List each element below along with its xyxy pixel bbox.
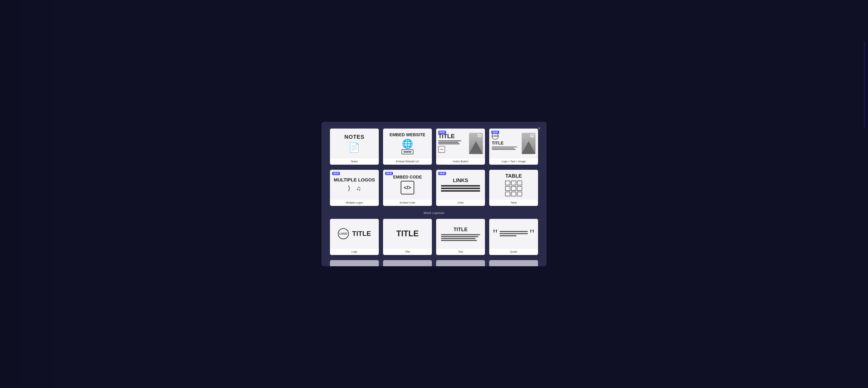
layout-card-embed-website[interactable]: EMBED WEBSITE 🌐 WWW Embed Website Url	[383, 128, 432, 165]
layout-card-logo-text-image[interactable]: NEW LOGO TITLE	[489, 128, 538, 165]
table-cell-4	[505, 186, 510, 191]
title-layout-content: TITLE	[396, 229, 419, 238]
lti-lines	[492, 147, 520, 150]
ml-title: MULTIPLE LOGOS	[334, 177, 375, 183]
card-preview-text: TITLE	[436, 219, 485, 248]
new-badge-logo-text-image: NEW	[491, 131, 499, 134]
text-layout-content: TITLE	[441, 227, 480, 241]
ml-logos-row: ⟩ ♫	[348, 184, 361, 192]
layout-card-action-button[interactable]: NEW TITLE	[436, 128, 485, 165]
new-badge-links: NEW	[438, 172, 446, 175]
quote-line-3	[500, 235, 517, 236]
new-badge-action-button: NEW	[438, 131, 446, 134]
layout-card-links[interactable]: NEW LINKS Links	[436, 170, 485, 206]
table-cell-6	[517, 186, 522, 191]
logo-layout-title: TITLE	[352, 230, 371, 238]
new-badge-multiple-logos: NEW	[332, 172, 340, 175]
layout-card-title[interactable]: TITLE Title	[383, 219, 432, 255]
links-title: LINKS	[453, 177, 468, 183]
quote-layout-content: " "	[489, 227, 538, 240]
card-preview-r4-1	[330, 260, 379, 266]
layout-card-multiple-logos[interactable]: NEW MULTIPLE LOGOS ⟩ ♫ Multiple Logos	[330, 170, 379, 206]
table-grid-preview	[505, 181, 522, 196]
card-preview-notes: NOTES 📄	[330, 128, 379, 158]
lti-image	[522, 133, 535, 154]
layout-card-r4-4[interactable]	[489, 260, 538, 266]
ml-logo-1: ⟩	[348, 184, 350, 192]
layout-card-notes[interactable]: NOTES 📄 Notes	[330, 128, 379, 165]
links-lines	[441, 185, 480, 192]
lti-title: TITLE	[492, 141, 520, 146]
logo-preview-circle: LOGO	[338, 228, 349, 239]
table-cell-1	[505, 181, 510, 185]
ml-logo-3: ♫	[356, 185, 361, 192]
table-cell-9	[517, 192, 522, 196]
card-preview-embed-website: EMBED WEBSITE 🌐 WWW	[383, 128, 432, 158]
layout-grid-row1: NOTES 📄 Notes EMBED WEBSITE 🌐 WWW Embed …	[330, 128, 538, 165]
new-badge-embed-code: NEW	[385, 172, 393, 175]
title-layout-text: TITLE	[396, 229, 419, 238]
logo-text-image-label: Logo + Text + Image	[489, 158, 538, 165]
card-preview-r4-2	[383, 260, 432, 266]
notes-icon: 📄	[348, 142, 360, 153]
card-preview-r4-3	[436, 260, 485, 266]
table-title: TABLE	[505, 173, 522, 179]
layout-grid-row2: NEW MULTIPLE LOGOS ⟩ ♫ Multiple Logos NE…	[330, 170, 538, 206]
action-image-preview	[469, 133, 483, 154]
layout-card-embed-code[interactable]: NEW EMBED CODE </> Embed Code	[383, 170, 432, 206]
card-preview-logo: LOGO TITLE	[330, 219, 379, 248]
layout-card-r4-3[interactable]	[436, 260, 485, 266]
action-left-side: TITLE	[438, 133, 467, 153]
action-button-preview	[438, 146, 445, 153]
text-line-2	[441, 236, 478, 237]
lti-left-side: LOGO TITLE	[492, 133, 520, 150]
layout-card-logo[interactable]: LOGO TITLE Logo	[330, 219, 379, 255]
logo-text-img-content: LOGO TITLE	[489, 131, 538, 156]
table-cell-2	[511, 181, 516, 185]
image-icon	[478, 134, 482, 137]
embed-website-content: EMBED WEBSITE 🌐 WWW	[390, 132, 426, 154]
card-preview-r4-4	[489, 260, 538, 266]
logo-label: Logo	[330, 248, 379, 255]
text-layout-lines	[441, 234, 480, 241]
lti-mountain	[522, 141, 535, 154]
text-line-4	[441, 240, 477, 241]
action-line-1	[438, 141, 461, 141]
notes-label: Notes	[330, 158, 379, 165]
card-preview-table: TABLE	[489, 170, 538, 200]
table-cell-5	[511, 186, 516, 191]
lti-img-icon	[530, 134, 534, 137]
layout-picker-modal: × NOTES 📄 Notes EMBED WEBSITE 🌐	[321, 122, 547, 266]
modal-overlay: × NOTES 📄 Notes EMBED WEBSITE 🌐	[0, 0, 868, 388]
text-line-1	[441, 234, 480, 235]
links-content: LINKS	[441, 177, 480, 192]
card-preview-title: TITLE	[383, 219, 432, 248]
www-label: WWW	[402, 149, 414, 154]
layout-card-text[interactable]: TITLE Text	[436, 219, 485, 255]
table-cell-7	[505, 192, 510, 196]
quote-label: Quote	[489, 248, 538, 255]
layout-card-r4-2[interactable]	[383, 260, 432, 266]
logo-layout-content: LOGO TITLE	[334, 226, 375, 241]
links-line-2	[441, 188, 480, 189]
action-text-lines	[438, 141, 467, 144]
code-icon: </>	[401, 181, 414, 195]
table-cell-8	[511, 192, 516, 196]
text-layout-title: TITLE	[454, 227, 468, 233]
globe-icon: 🌐	[402, 139, 413, 149]
layout-card-table[interactable]: TABLE Table	[489, 170, 538, 206]
table-cell-3	[517, 181, 522, 185]
card-preview-quote: " "	[489, 219, 538, 248]
quote-line-1	[500, 231, 528, 232]
mountain-shape	[469, 141, 483, 154]
notes-preview-content: NOTES 📄	[344, 133, 365, 153]
more-layouts-title: More Layouts	[330, 211, 538, 215]
layout-card-r4-1[interactable]	[330, 260, 379, 266]
action-button-label: Action Button	[436, 158, 485, 165]
layout-grid-row3: LOGO TITLE Logo TITLE Title	[330, 219, 538, 255]
quote-open-mark: "	[493, 229, 498, 238]
text-line-3	[441, 238, 475, 239]
quote-close-mark: "	[530, 229, 535, 238]
layout-card-quote[interactable]: " " Quote	[489, 219, 538, 255]
links-label: Links	[436, 200, 485, 206]
